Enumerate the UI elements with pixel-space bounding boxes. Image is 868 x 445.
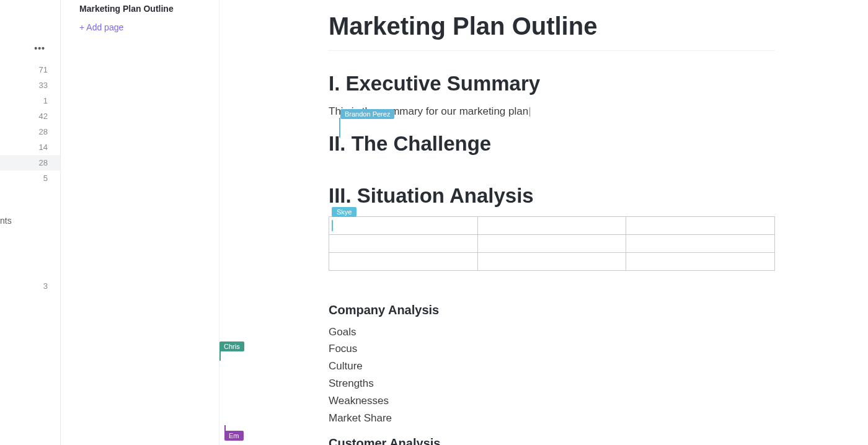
list-item[interactable]: Focus bbox=[329, 340, 775, 358]
collab-cursor-line bbox=[224, 425, 226, 436]
table-cell[interactable] bbox=[477, 234, 626, 252]
add-page-button[interactable]: + Add page bbox=[61, 16, 219, 38]
heading-challenge[interactable]: II. The Challenge bbox=[329, 132, 775, 156]
collab-cursor-label: Skye bbox=[332, 207, 356, 217]
gutter-number[interactable]: 5 bbox=[0, 170, 60, 186]
heading-company-analysis[interactable]: Company Analysis bbox=[329, 303, 775, 317]
sidebar: Marketing Plan Outline + Add page bbox=[61, 0, 219, 445]
heading-executive-summary[interactable]: I. Executive Summary bbox=[329, 72, 775, 95]
list-item[interactable]: Market Share bbox=[329, 410, 775, 427]
collab-cursor-label: Chris bbox=[219, 341, 244, 351]
company-analysis-list[interactable]: Goals Focus Culture Strengths Weaknesses… bbox=[329, 324, 775, 427]
table-cell[interactable] bbox=[626, 252, 775, 270]
gutter-number[interactable]: 14 bbox=[0, 139, 60, 155]
body-text[interactable]: This is the summary for our marketing pl… bbox=[329, 104, 775, 120]
collab-cursor-label: Em bbox=[224, 431, 244, 441]
table-cell[interactable] bbox=[477, 216, 626, 234]
gutter-number[interactable]: 28 bbox=[0, 124, 60, 139]
document-main[interactable]: Marketing Plan Outline I. Executive Summ… bbox=[219, 0, 868, 445]
table-cell[interactable] bbox=[329, 234, 478, 252]
left-gutter: ••• 71 33 1 42 28 14 28 5 nts 3 bbox=[0, 0, 61, 445]
gutter-number[interactable]: 33 bbox=[0, 77, 60, 93]
list-item[interactable]: Strengths bbox=[329, 375, 775, 392]
gutter-number[interactable]: 3 bbox=[0, 278, 60, 294]
gutter-number[interactable]: 71 bbox=[0, 62, 60, 77]
gutter-number[interactable]: 1 bbox=[0, 93, 60, 108]
heading-situation-analysis[interactable]: III. Situation Analysis bbox=[329, 184, 775, 208]
heading-customer-analysis[interactable]: Customer Analysis bbox=[329, 436, 775, 445]
doc-table[interactable]: Skye bbox=[329, 216, 775, 271]
doc-title[interactable]: Marketing Plan Outline bbox=[329, 12, 775, 51]
list-item[interactable]: Goals bbox=[329, 324, 775, 341]
table-cell[interactable]: Skye bbox=[329, 216, 478, 234]
table-cell[interactable] bbox=[329, 252, 478, 270]
more-icon[interactable]: ••• bbox=[34, 43, 60, 53]
list-item[interactable]: Culture bbox=[329, 358, 775, 375]
list-item[interactable]: Weaknesses bbox=[329, 392, 775, 410]
gutter-label: nts bbox=[0, 216, 60, 226]
collab-cursor-line bbox=[339, 118, 340, 138]
collab-cursor-line bbox=[219, 348, 221, 361]
collab-cursor-line bbox=[332, 220, 333, 231]
sidebar-page-item[interactable]: Marketing Plan Outline bbox=[61, 1, 219, 16]
table-cell[interactable] bbox=[626, 234, 775, 252]
collab-cursor-label: Brandon Perez bbox=[340, 109, 394, 119]
table-cell[interactable] bbox=[477, 252, 626, 270]
gutter-number[interactable]: 42 bbox=[0, 108, 60, 124]
table-cell[interactable] bbox=[626, 216, 775, 234]
gutter-number[interactable]: 28 bbox=[0, 155, 60, 170]
